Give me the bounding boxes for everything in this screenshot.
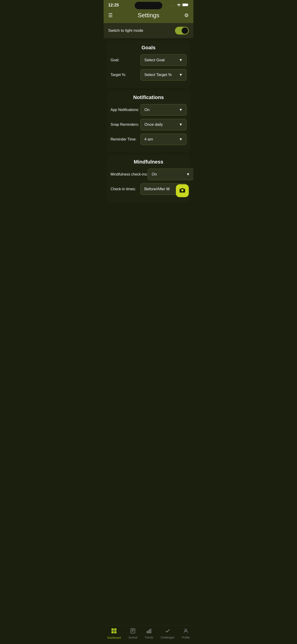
goals-title: Goals — [110, 45, 186, 51]
snap-reminders-label: Snap Reminders: — [110, 122, 139, 127]
notifications-title: Notifications — [110, 94, 186, 100]
checkin-times-row: Check-in times: Before/After M ▼ — [110, 183, 186, 195]
camera-icon — [179, 187, 186, 194]
battery-icon — [182, 3, 189, 7]
reminder-time-arrow: ▼ — [179, 137, 182, 142]
dynamic-island — [135, 2, 162, 9]
camera-fab[interactable] — [176, 184, 189, 197]
checkins-label: Mindfulness check-ins: — [110, 172, 148, 176]
snap-reminders-arrow: ▼ — [179, 122, 182, 127]
target-dropdown-arrow: ▼ — [179, 73, 182, 77]
svg-rect-2 — [183, 4, 188, 6]
menu-icon[interactable]: ☰ — [108, 12, 113, 18]
goals-section: Goals Goal: Select Goal ▼ Target %: Sele… — [107, 40, 190, 88]
goal-dropdown-arrow: ▼ — [179, 58, 182, 62]
wifi-icon — [177, 3, 181, 7]
target-row: Target %: Select Target % ▼ — [110, 69, 186, 80]
scroll-content: Switch to light mode Goals Goal: Select … — [104, 23, 194, 228]
toggle-track — [175, 27, 189, 34]
checkin-times-value: Before/After M — [144, 187, 170, 192]
reminder-time-value: 4 am — [144, 137, 153, 142]
light-mode-toggle[interactable] — [175, 27, 189, 34]
light-mode-row: Switch to light mode — [104, 23, 194, 38]
app-notifications-row: App Notifications: On ▼ — [110, 104, 186, 116]
checkins-arrow: ▼ — [186, 172, 190, 176]
app-notifications-dropdown[interactable]: On ▼ — [140, 104, 186, 116]
status-icons: ···· — [170, 3, 189, 7]
goal-dropdown-text: Select Goal — [144, 58, 164, 62]
checkins-dropdown[interactable]: On ▼ — [148, 168, 194, 180]
reminder-time-dropdown[interactable]: 4 am ▼ — [140, 134, 186, 145]
status-time: 12:25 — [108, 3, 119, 8]
target-label: Target %: — [110, 73, 126, 77]
toggle-thumb — [182, 28, 188, 34]
target-dropdown[interactable]: Select Target % ▼ — [140, 69, 186, 80]
mindfulness-section: Mindfulness Mindfulness check-ins: On ▼ … — [107, 155, 190, 202]
app-notifications-label: App Notifications: — [110, 108, 139, 112]
target-dropdown-text: Select Target % — [144, 72, 172, 77]
svg-rect-1 — [188, 4, 188, 5]
checkin-times-label: Check-in times: — [110, 187, 136, 191]
goal-label: Goal: — [110, 58, 119, 62]
mindfulness-title: Mindfulness — [110, 159, 186, 165]
gear-icon[interactable]: ⚙ — [184, 12, 189, 18]
page-title: Settings — [113, 12, 184, 19]
light-mode-label: Switch to light mode — [108, 28, 143, 33]
notifications-section: Notifications App Notifications: On ▼ Sn… — [107, 90, 190, 152]
reminder-time-row: Reminder Time: 4 am ▼ — [110, 134, 186, 145]
snap-reminders-value: Once daily — [144, 122, 163, 127]
goal-row: Goal: Select Goal ▼ — [110, 54, 186, 66]
signal-icon: ···· — [170, 4, 176, 7]
app-notifications-value: On — [144, 108, 150, 112]
app-notifications-arrow: ▼ — [179, 108, 182, 112]
snap-reminders-dropdown[interactable]: Once daily ▼ — [140, 119, 186, 130]
header: ☰ Settings ⚙ — [104, 9, 194, 23]
checkins-value: On — [152, 172, 157, 177]
checkins-row: Mindfulness check-ins: On ▼ — [110, 168, 186, 180]
snap-reminders-row: Snap Reminders: Once daily ▼ — [110, 119, 186, 130]
goal-dropdown[interactable]: Select Goal ▼ — [140, 54, 186, 66]
reminder-time-label: Reminder Time: — [110, 137, 136, 142]
status-bar: 12:25 ···· — [104, 0, 194, 9]
